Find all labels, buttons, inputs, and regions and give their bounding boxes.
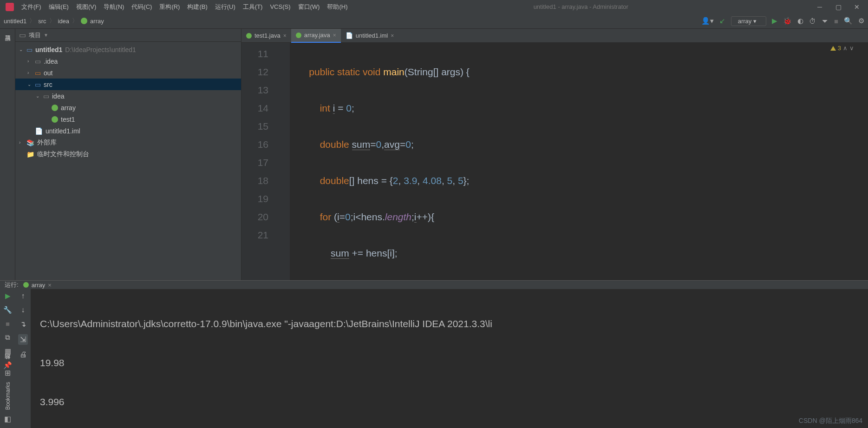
bookmark-icon: ◧ <box>4 415 11 423</box>
print-icon[interactable]: 🖨 <box>20 350 27 359</box>
stop-button[interactable]: ■ <box>6 320 10 328</box>
project-panel-header: ▭ 项目 ▼ <box>15 29 241 42</box>
console-line: 3.996 <box>40 392 859 412</box>
java-icon <box>81 18 87 24</box>
tree-root[interactable]: ⌄▭untitled1D:\IdeaProjects\untitled1 <box>15 44 241 55</box>
folder-icon: ▭ <box>19 31 26 40</box>
settings-button[interactable]: ⚙ <box>858 17 864 25</box>
menu-navigate[interactable]: 导航(N) <box>100 3 128 11</box>
code-editor[interactable]: 111213 141516 171819 2021 public static … <box>241 43 868 280</box>
java-icon <box>246 33 252 39</box>
warning-count: 3 <box>838 45 841 52</box>
close-icon[interactable]: × <box>333 32 336 39</box>
inspection-widget[interactable]: 3 ∧ ∨ <box>830 45 854 52</box>
java-icon <box>52 116 58 123</box>
add-user-icon[interactable]: 👤▾ <box>701 17 714 25</box>
dump-threads-icon[interactable]: ⧉ <box>5 333 10 342</box>
title-bar: 文件(F) 编辑(E) 视图(V) 导航(N) 代码(C) 重构(R) 构建(B… <box>0 0 868 13</box>
code-content[interactable]: public static void main(String[] args) {… <box>290 43 868 280</box>
console-command: C:\Users\Administrator\.jdks\corretto-17… <box>40 314 859 334</box>
tree-test1-file[interactable]: test1 <box>15 113 241 125</box>
menu-tools[interactable]: 工具(T) <box>239 3 267 11</box>
run-tab[interactable]: array× <box>23 282 52 289</box>
menu-build[interactable]: 构建(B) <box>183 3 211 11</box>
up-icon[interactable]: ↑ <box>21 292 25 300</box>
tree-array-file[interactable]: array <box>15 102 241 113</box>
soft-wrap-icon[interactable]: ↴ <box>20 320 26 329</box>
profile-button[interactable]: ⏱ <box>809 17 816 25</box>
menu-help[interactable]: 帮助(H) <box>323 3 351 11</box>
java-icon <box>52 105 58 111</box>
minimize-button[interactable]: ─ <box>810 3 829 11</box>
tree-iml-file[interactable]: 📄untitled1.iml <box>15 125 241 137</box>
crumb-file[interactable]: array <box>90 18 104 25</box>
editor-area: test1.java× array.java× 📄untitled1.iml× … <box>241 29 868 280</box>
left-tool-stripe: 项目 ▭ <box>0 29 15 280</box>
crumb-package[interactable]: idea <box>58 18 70 25</box>
bookmarks-tool-button[interactable]: Bookmarks <box>5 382 11 410</box>
wrench-icon[interactable]: 🔧 <box>3 306 12 314</box>
grid-icon: ⊞ <box>5 369 11 377</box>
gutter-icons <box>275 43 290 280</box>
menu-file[interactable]: 文件(F) <box>18 3 45 11</box>
run-tool-window: 运行: array× ▶ 🔧 ■ ⧉ ▦ 📌 ↑ ↓ ↴ ⇲ 🖨 C:\User… <box>0 280 868 428</box>
file-icon: 📄 <box>346 32 353 39</box>
tree-out-folder[interactable]: ›▭out <box>15 67 241 79</box>
tab-test1[interactable]: test1.java× <box>241 29 291 43</box>
project-panel-title: 项目 <box>29 31 41 40</box>
run-config-selector[interactable]: array ▾ <box>731 16 766 26</box>
crumb-src[interactable]: src <box>38 18 46 25</box>
attach-button[interactable]: ⏷ <box>822 17 829 25</box>
search-button[interactable]: 🔍 <box>844 17 853 25</box>
java-icon <box>296 33 301 38</box>
close-button[interactable]: ✕ <box>848 3 866 11</box>
chevron-down-icon[interactable]: ∨ <box>849 45 854 52</box>
rerun-button[interactable]: ▶ <box>5 292 11 300</box>
project-tool-window: ▭ 项目 ▼ ⌄▭untitled1D:\IdeaProjects\untitl… <box>15 29 241 280</box>
run-header: 运行: array× <box>0 281 868 289</box>
maximize-button[interactable]: ▢ <box>829 3 848 11</box>
menu-window[interactable]: 窗口(W) <box>294 3 324 11</box>
chevron-up-icon[interactable]: ∧ <box>843 45 848 52</box>
app-logo <box>6 3 14 11</box>
coverage-button[interactable]: ◐ <box>797 17 803 25</box>
close-icon[interactable]: × <box>283 33 287 39</box>
update-icon[interactable]: ↙ <box>719 17 725 25</box>
scroll-end-icon[interactable]: ⇲ <box>18 334 28 345</box>
editor-tabs: test1.java× array.java× 📄untitled1.iml× <box>241 29 868 43</box>
run-config-label: array <box>738 18 752 25</box>
console-output[interactable]: C:\Users\Administrator\.jdks\corretto-17… <box>31 289 868 428</box>
watermark: CSDN @陌上烟雨864 <box>799 417 862 425</box>
navigation-bar: untitled1〉 src〉 idea〉 array 👤▾ ↙ array ▾… <box>0 13 868 29</box>
tree-idea-folder[interactable]: ›▭.idea <box>15 55 241 67</box>
menu-refactor[interactable]: 重构(R) <box>156 3 183 11</box>
window-title: untitled1 - array.java - Administrator <box>351 3 810 10</box>
menu-code[interactable]: 代码(C) <box>128 3 156 11</box>
tree-idea-package[interactable]: ⌄▭idea <box>15 90 241 102</box>
menu-vcs[interactable]: VCS(S) <box>266 3 294 10</box>
tree-scratches[interactable]: 📁临时文件和控制台 <box>15 148 241 160</box>
tab-iml[interactable]: 📄untitled1.iml× <box>341 29 398 43</box>
left-tool-stripe-bottom: 结构 ⊞ Bookmarks ◧ <box>0 364 15 428</box>
close-icon[interactable]: × <box>391 33 394 39</box>
project-tree[interactable]: ⌄▭untitled1D:\IdeaProjects\untitled1 ›▭.… <box>15 42 241 162</box>
tab-array[interactable]: array.java× <box>291 29 341 43</box>
layout-icon[interactable]: ▦ <box>5 347 11 356</box>
java-icon <box>23 282 29 288</box>
view-mode-dropdown[interactable]: ▼ <box>44 33 48 38</box>
stop-button[interactable]: ■ <box>834 17 838 25</box>
menu-edit[interactable]: 编辑(E) <box>45 3 72 11</box>
tree-src-folder[interactable]: ⌄▭src <box>15 79 241 90</box>
crumb-project[interactable]: untitled1 <box>4 18 26 25</box>
console-line: 19.98 <box>40 353 859 373</box>
debug-button[interactable]: 🐞 <box>783 17 792 25</box>
menu-view[interactable]: 视图(V) <box>72 3 100 11</box>
run-label: 运行: <box>5 281 19 289</box>
close-icon[interactable]: × <box>48 282 52 289</box>
breadcrumb: untitled1〉 src〉 idea〉 array <box>4 17 104 25</box>
down-icon[interactable]: ↓ <box>21 306 25 314</box>
menu-run[interactable]: 运行(U) <box>211 3 239 11</box>
tree-external-libs[interactable]: ›📚外部库 <box>15 137 241 148</box>
run-button[interactable]: ▶ <box>772 17 777 25</box>
warning-icon <box>830 46 836 51</box>
